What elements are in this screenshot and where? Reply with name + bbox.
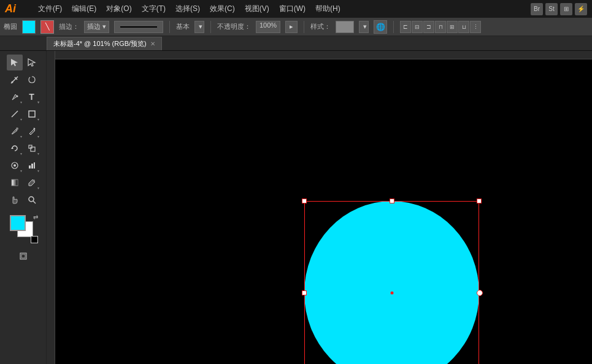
options-bar: 椭圆 ╲ 描边： 插边 ▾ 基本 ▾ 不透明度： 100% ▸ 样式： ▾ 🌐 … bbox=[0, 18, 592, 36]
svg-marker-1 bbox=[28, 59, 35, 66]
ellipse-container[interactable] bbox=[304, 201, 479, 364]
hand-tool[interactable] bbox=[7, 192, 23, 208]
svg-point-6 bbox=[16, 127, 18, 130]
menu-effect[interactable]: 效果(C) bbox=[206, 2, 239, 15]
menu-select[interactable]: 选择(S) bbox=[172, 2, 204, 15]
menu-edit[interactable]: 编辑(E) bbox=[68, 2, 100, 15]
align-hcenter-btn[interactable]: ⊟ bbox=[412, 21, 423, 33]
change-screen-mode[interactable] bbox=[15, 248, 31, 264]
svg-point-3 bbox=[16, 96, 18, 97]
align-top-btn[interactable]: ⊓ bbox=[435, 21, 446, 33]
style-dropdown[interactable]: ▾ bbox=[359, 21, 369, 33]
menu-help[interactable]: 帮助(H) bbox=[312, 2, 344, 15]
foreground-color-swatch[interactable] bbox=[10, 215, 26, 231]
shape-tool[interactable]: ▾ bbox=[24, 106, 40, 122]
stroke-arrow-icon: 插边 ▾ bbox=[87, 22, 106, 31]
global-icon[interactable]: 🌐 bbox=[374, 20, 387, 34]
pencil-tool[interactable]: ▾ bbox=[24, 123, 40, 139]
tool-row-2 bbox=[7, 72, 40, 88]
svg-rect-15 bbox=[34, 162, 35, 169]
zoom-tool[interactable] bbox=[24, 192, 40, 208]
svg-rect-9 bbox=[31, 147, 35, 151]
ellipse-shape bbox=[304, 201, 479, 364]
handle-top-mid[interactable] bbox=[390, 199, 394, 203]
reset-colors-btn[interactable] bbox=[31, 236, 38, 243]
align-vcenter-btn[interactable]: ⊞ bbox=[447, 21, 458, 33]
handle-mid-left[interactable] bbox=[302, 290, 307, 295]
lightning-icon[interactable]: ⚡ bbox=[575, 3, 587, 15]
svg-rect-14 bbox=[31, 164, 33, 169]
svg-marker-0 bbox=[11, 59, 18, 66]
brush-sub-arrow: ▾ bbox=[20, 134, 22, 138]
align-left-btn[interactable]: ⊏ bbox=[400, 21, 411, 33]
warp-tool[interactable]: ▾ bbox=[7, 157, 23, 173]
opacity-options-btn[interactable]: ▸ bbox=[285, 21, 298, 33]
menu-text[interactable]: 文字(T) bbox=[138, 2, 169, 15]
eyedrop-sub-arrow: ▾ bbox=[37, 186, 39, 190]
magic-wand-tool[interactable] bbox=[7, 72, 23, 88]
tool-row-8: ▾ bbox=[7, 175, 40, 191]
title-bar: Ai 文件(F) 编辑(E) 对象(O) 文字(T) 选择(S) 效果(C) 视… bbox=[0, 0, 592, 18]
toolbar: ▾ T ▾ ▾ ▾ ▾ ▾ bbox=[0, 51, 47, 364]
align-bottom-btn[interactable]: ⊔ bbox=[458, 21, 469, 33]
paintbrush-tool[interactable]: ▾ bbox=[7, 123, 23, 139]
gradient-tool[interactable] bbox=[7, 175, 23, 191]
distribute-btn[interactable]: ⋮ bbox=[470, 21, 481, 33]
menu-file[interactable]: 文件(F) bbox=[34, 2, 66, 15]
eyedropper-tool[interactable]: ▾ bbox=[24, 175, 40, 191]
line-sub-arrow: ▾ bbox=[20, 117, 22, 121]
ruler-left bbox=[47, 51, 55, 364]
type-icon: T bbox=[29, 92, 34, 102]
grid-icon[interactable]: ⊞ bbox=[560, 3, 572, 15]
align-right-btn[interactable]: ⊐ bbox=[423, 21, 434, 33]
stroke-select[interactable]: 插边 ▾ bbox=[84, 21, 109, 33]
handle-top-left[interactable] bbox=[302, 199, 307, 203]
type-tool[interactable]: T ▾ bbox=[24, 89, 40, 105]
graph-tool[interactable]: ▾ bbox=[24, 157, 40, 173]
svg-point-18 bbox=[29, 197, 34, 202]
document-tab[interactable]: 未标题-4* @ 101% (RGB/预览) ✕ bbox=[47, 37, 162, 50]
svg-point-17 bbox=[33, 180, 35, 182]
svg-line-19 bbox=[33, 201, 36, 203]
main-area: ▾ T ▾ ▾ ▾ ▾ ▾ bbox=[0, 51, 592, 364]
basic-dropdown[interactable]: ▾ bbox=[194, 21, 204, 33]
line-tool[interactable]: ▾ bbox=[7, 106, 23, 122]
ai-logo: Ai bbox=[5, 2, 27, 15]
svg-line-4 bbox=[12, 111, 18, 117]
swap-colors-btn[interactable]: ⇄ bbox=[33, 214, 38, 221]
selection-tool[interactable] bbox=[7, 55, 23, 70]
handle-top-right[interactable] bbox=[477, 199, 482, 203]
scale-tool[interactable]: ▾ bbox=[24, 140, 40, 156]
svg-rect-13 bbox=[29, 165, 31, 169]
rotate-tool[interactable]: ▾ bbox=[7, 140, 23, 156]
tool-row-1 bbox=[7, 55, 40, 70]
tab-label: 未标题-4* @ 101% (RGB/预览) bbox=[53, 39, 147, 48]
canvas-area[interactable] bbox=[47, 51, 592, 364]
tab-close-btn[interactable]: ✕ bbox=[150, 40, 155, 47]
title-bar-right: Br St ⊞ ⚡ bbox=[531, 3, 587, 15]
menu-view[interactable]: 视图(V) bbox=[241, 2, 273, 15]
pen-sub-arrow: ▾ bbox=[20, 100, 22, 104]
style-select[interactable] bbox=[336, 21, 354, 33]
separator-3 bbox=[304, 21, 304, 33]
menu-object[interactable]: 对象(O) bbox=[102, 2, 135, 15]
tool-row-7: ▾ ▾ bbox=[7, 157, 40, 173]
fill-color-box[interactable] bbox=[22, 20, 36, 34]
handle-mid-right[interactable] bbox=[477, 290, 483, 296]
fill-type-select[interactable]: ╲ bbox=[40, 20, 54, 34]
opacity-input[interactable]: 100% bbox=[256, 21, 280, 33]
svg-rect-21 bbox=[21, 254, 25, 258]
lasso-tool[interactable] bbox=[24, 72, 40, 88]
bridge-icon[interactable]: Br bbox=[531, 3, 543, 15]
center-dot bbox=[390, 292, 393, 295]
tool-row-9 bbox=[7, 192, 40, 208]
shape-sub-arrow: ▾ bbox=[37, 117, 39, 121]
pen-tool[interactable]: ▾ bbox=[7, 89, 23, 105]
fill-icon: ╲ bbox=[45, 23, 50, 31]
menu-bar: 文件(F) 编辑(E) 对象(O) 文字(T) 选择(S) 效果(C) 视图(V… bbox=[34, 2, 344, 15]
menu-window[interactable]: 窗口(W) bbox=[275, 2, 309, 15]
direct-selection-tool[interactable] bbox=[24, 55, 40, 70]
stroke-dash-select[interactable] bbox=[114, 21, 163, 33]
tool-row-4: ▾ ▾ bbox=[7, 106, 40, 122]
stock-icon[interactable]: St bbox=[545, 3, 558, 15]
